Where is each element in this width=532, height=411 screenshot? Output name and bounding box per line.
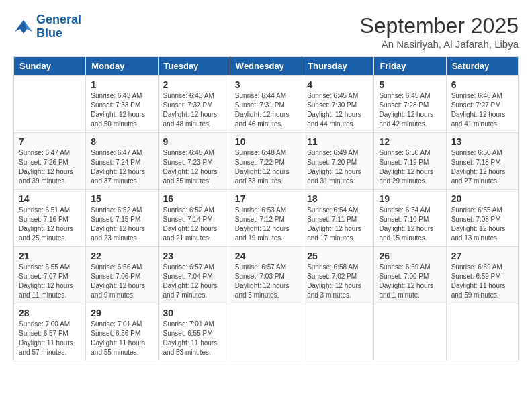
calendar-day-cell: 16Sunrise: 6:52 AMSunset: 7:14 PMDayligh… — [158, 190, 230, 247]
day-number: 7 — [19, 136, 81, 147]
page-header: General Blue September 2025 An Nasiriyah… — [13, 13, 519, 50]
day-number: 2 — [163, 79, 225, 90]
day-number: 10 — [235, 136, 297, 147]
calendar-day-cell: 15Sunrise: 6:52 AMSunset: 7:15 PMDayligh… — [86, 190, 158, 247]
calendar-day-cell: 19Sunrise: 6:54 AMSunset: 7:10 PMDayligh… — [374, 190, 446, 247]
logo: General Blue — [13, 13, 81, 40]
calendar-day-cell: 25Sunrise: 6:58 AMSunset: 7:02 PMDayligh… — [302, 247, 374, 304]
day-info: Sunrise: 6:44 AMSunset: 7:31 PMDaylight:… — [235, 91, 297, 129]
calendar-week-row: 21Sunrise: 6:55 AMSunset: 7:07 PMDayligh… — [14, 247, 519, 304]
col-monday: Monday — [86, 57, 158, 76]
day-info: Sunrise: 6:53 AMSunset: 7:12 PMDaylight:… — [235, 205, 297, 243]
day-info: Sunrise: 6:52 AMSunset: 7:14 PMDaylight:… — [163, 205, 225, 243]
day-info: Sunrise: 6:59 AMSunset: 6:59 PMDaylight:… — [451, 263, 513, 300]
calendar-week-row: 28Sunrise: 7:00 AMSunset: 6:57 PMDayligh… — [14, 304, 519, 361]
day-number: 1 — [91, 79, 152, 90]
calendar-day-cell: 7Sunrise: 6:47 AMSunset: 7:26 PMDaylight… — [14, 133, 86, 190]
day-info: Sunrise: 6:46 AMSunset: 7:27 PMDaylight:… — [451, 91, 513, 129]
day-number: 20 — [451, 193, 513, 204]
day-number: 5 — [379, 79, 441, 90]
calendar-day-cell — [302, 304, 374, 361]
calendar-day-cell: 29Sunrise: 7:01 AMSunset: 6:56 PMDayligh… — [86, 304, 158, 361]
day-info: Sunrise: 6:57 AMSunset: 7:03 PMDaylight:… — [235, 263, 297, 300]
calendar-day-cell: 5Sunrise: 6:45 AMSunset: 7:28 PMDaylight… — [374, 76, 446, 133]
calendar-day-cell — [14, 76, 86, 133]
day-number: 24 — [235, 250, 297, 261]
day-number: 18 — [307, 193, 369, 204]
day-info: Sunrise: 6:57 AMSunset: 7:04 PMDaylight:… — [163, 263, 225, 300]
day-number: 16 — [163, 193, 225, 204]
calendar-day-cell: 20Sunrise: 6:55 AMSunset: 7:08 PMDayligh… — [446, 190, 518, 247]
day-number: 25 — [307, 250, 369, 261]
calendar-day-cell: 10Sunrise: 6:48 AMSunset: 7:22 PMDayligh… — [230, 133, 302, 190]
day-info: Sunrise: 6:43 AMSunset: 7:32 PMDaylight:… — [163, 91, 225, 129]
calendar-week-row: 7Sunrise: 6:47 AMSunset: 7:26 PMDaylight… — [14, 133, 519, 190]
day-info: Sunrise: 6:50 AMSunset: 7:19 PMDaylight:… — [379, 148, 441, 186]
day-number: 8 — [91, 136, 152, 147]
day-number: 11 — [307, 136, 369, 147]
calendar-day-cell: 8Sunrise: 6:47 AMSunset: 7:24 PMDaylight… — [86, 133, 158, 190]
day-number: 19 — [379, 193, 441, 204]
calendar-day-cell: 13Sunrise: 6:50 AMSunset: 7:18 PMDayligh… — [446, 133, 518, 190]
title-area: September 2025 An Nasiriyah, Al Jafarah,… — [359, 13, 519, 50]
calendar-day-cell: 21Sunrise: 6:55 AMSunset: 7:07 PMDayligh… — [14, 247, 86, 304]
calendar-day-cell: 22Sunrise: 6:56 AMSunset: 7:06 PMDayligh… — [86, 247, 158, 304]
day-number: 3 — [235, 79, 297, 90]
day-number: 22 — [91, 250, 152, 261]
day-info: Sunrise: 6:47 AMSunset: 7:24 PMDaylight:… — [91, 148, 152, 186]
col-saturday: Saturday — [446, 57, 518, 76]
month-title: September 2025 — [359, 13, 519, 38]
calendar-header-row: Sunday Monday Tuesday Wednesday Thursday… — [14, 57, 519, 76]
col-sunday: Sunday — [14, 57, 86, 76]
day-number: 23 — [163, 250, 225, 261]
day-number: 29 — [91, 308, 152, 318]
day-number: 14 — [19, 193, 81, 204]
logo-text: General Blue — [36, 13, 81, 40]
calendar-day-cell: 23Sunrise: 6:57 AMSunset: 7:04 PMDayligh… — [158, 247, 230, 304]
day-info: Sunrise: 6:54 AMSunset: 7:11 PMDaylight:… — [307, 205, 369, 243]
svg-marker-0 — [15, 20, 32, 34]
calendar-week-row: 1Sunrise: 6:43 AMSunset: 7:33 PMDaylight… — [14, 76, 519, 133]
day-number: 15 — [91, 193, 152, 204]
day-info: Sunrise: 6:56 AMSunset: 7:06 PMDaylight:… — [91, 263, 152, 300]
logo-icon — [13, 17, 34, 37]
location-subtitle: An Nasiriyah, Al Jafarah, Libya — [359, 38, 519, 50]
calendar-day-cell: 9Sunrise: 6:48 AMSunset: 7:23 PMDaylight… — [158, 133, 230, 190]
calendar-day-cell: 26Sunrise: 6:59 AMSunset: 7:00 PMDayligh… — [374, 247, 446, 304]
calendar-day-cell: 12Sunrise: 6:50 AMSunset: 7:19 PMDayligh… — [374, 133, 446, 190]
day-number: 17 — [235, 193, 297, 204]
calendar-day-cell: 24Sunrise: 6:57 AMSunset: 7:03 PMDayligh… — [230, 247, 302, 304]
calendar-day-cell — [230, 304, 302, 361]
calendar-week-row: 14Sunrise: 6:51 AMSunset: 7:16 PMDayligh… — [14, 190, 519, 247]
calendar-day-cell: 2Sunrise: 6:43 AMSunset: 7:32 PMDaylight… — [158, 76, 230, 133]
calendar-day-cell: 17Sunrise: 6:53 AMSunset: 7:12 PMDayligh… — [230, 190, 302, 247]
day-info: Sunrise: 6:43 AMSunset: 7:33 PMDaylight:… — [91, 91, 152, 129]
calendar-day-cell: 3Sunrise: 6:44 AMSunset: 7:31 PMDaylight… — [230, 76, 302, 133]
day-info: Sunrise: 6:59 AMSunset: 7:00 PMDaylight:… — [379, 263, 441, 300]
day-info: Sunrise: 6:55 AMSunset: 7:08 PMDaylight:… — [451, 205, 513, 243]
day-number: 4 — [307, 79, 369, 90]
calendar-day-cell: 6Sunrise: 6:46 AMSunset: 7:27 PMDaylight… — [446, 76, 518, 133]
calendar-day-cell: 30Sunrise: 7:01 AMSunset: 6:55 PMDayligh… — [158, 304, 230, 361]
day-info: Sunrise: 6:52 AMSunset: 7:15 PMDaylight:… — [91, 205, 152, 243]
day-number: 27 — [451, 250, 513, 261]
calendar-day-cell: 1Sunrise: 6:43 AMSunset: 7:33 PMDaylight… — [86, 76, 158, 133]
day-info: Sunrise: 6:48 AMSunset: 7:23 PMDaylight:… — [163, 148, 225, 186]
calendar-day-cell: 11Sunrise: 6:49 AMSunset: 7:20 PMDayligh… — [302, 133, 374, 190]
day-info: Sunrise: 6:47 AMSunset: 7:26 PMDaylight:… — [19, 148, 81, 186]
day-info: Sunrise: 6:58 AMSunset: 7:02 PMDaylight:… — [307, 263, 369, 300]
day-info: Sunrise: 6:50 AMSunset: 7:18 PMDaylight:… — [451, 148, 513, 186]
calendar-day-cell: 27Sunrise: 6:59 AMSunset: 6:59 PMDayligh… — [446, 247, 518, 304]
col-wednesday: Wednesday — [230, 57, 302, 76]
calendar-day-cell: 28Sunrise: 7:00 AMSunset: 6:57 PMDayligh… — [14, 304, 86, 361]
calendar-day-cell — [446, 304, 518, 361]
day-info: Sunrise: 6:48 AMSunset: 7:22 PMDaylight:… — [235, 148, 297, 186]
day-info: Sunrise: 6:45 AMSunset: 7:28 PMDaylight:… — [379, 91, 441, 129]
calendar-day-cell: 14Sunrise: 6:51 AMSunset: 7:16 PMDayligh… — [14, 190, 86, 247]
day-info: Sunrise: 6:54 AMSunset: 7:10 PMDaylight:… — [379, 205, 441, 243]
day-number: 13 — [451, 136, 513, 147]
calendar-day-cell: 4Sunrise: 6:45 AMSunset: 7:30 PMDaylight… — [302, 76, 374, 133]
calendar-day-cell: 18Sunrise: 6:54 AMSunset: 7:11 PMDayligh… — [302, 190, 374, 247]
day-number: 26 — [379, 250, 441, 261]
day-number: 21 — [19, 250, 81, 261]
